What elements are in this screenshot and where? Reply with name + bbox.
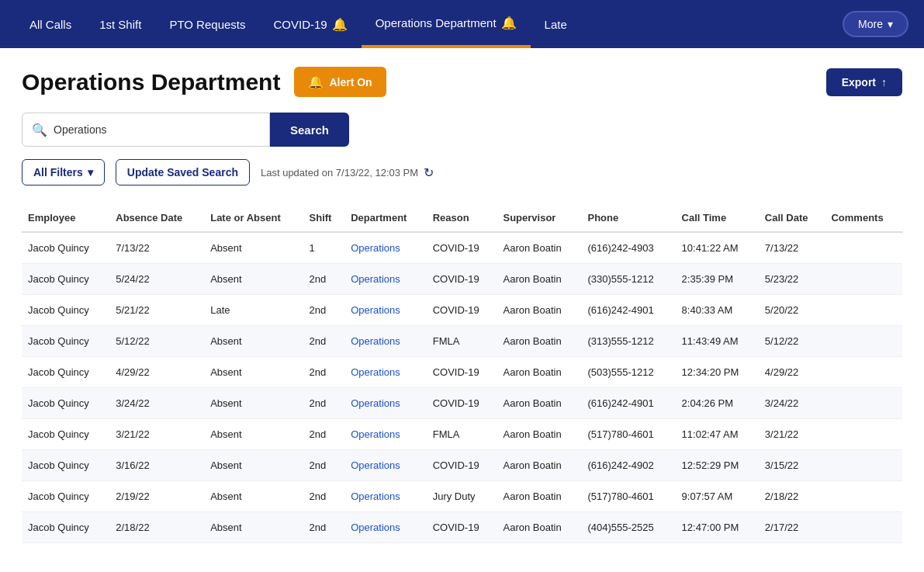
refresh-icon[interactable]: ↻ — [424, 165, 434, 180]
cell-call-time: 12:47:00 PM — [676, 512, 759, 543]
department-link[interactable]: Operations — [351, 335, 400, 347]
nav-item-covid-19[interactable]: COVID-19 🔔 — [260, 0, 362, 48]
nav-item-1st-shift[interactable]: 1st Shift — [85, 0, 155, 48]
cell-shift: 1 — [303, 232, 345, 264]
department-link[interactable]: Operations — [351, 491, 400, 502]
department-link[interactable]: Operations — [351, 366, 400, 378]
cell-shift: 2nd — [303, 295, 345, 326]
cell-call-date: 2/18/22 — [759, 481, 825, 512]
department-link[interactable]: Operations — [351, 397, 400, 409]
more-button[interactable]: More ▾ — [843, 11, 908, 37]
cell-reason: FMLA — [427, 326, 497, 357]
search-button[interactable]: Search — [270, 113, 349, 147]
cell-department[interactable]: Operations — [344, 357, 427, 388]
main-content: Operations Department 🔔 Alert On Export … — [0, 48, 924, 562]
cell-call-date: 5/20/22 — [759, 295, 825, 326]
data-table: Employee Absence Date Late or Absent Shi… — [22, 204, 902, 543]
cell-call-date: 5/23/22 — [759, 264, 825, 295]
table-row: Jacob Quincy3/16/22Absent2ndOperationsCO… — [22, 450, 902, 481]
cell-supervisor: Aaron Boatin — [497, 388, 582, 419]
cell-shift: 2nd — [303, 326, 345, 357]
alert-bell-icon: 🔔 — [308, 75, 324, 89]
cell-call-date: 3/15/22 — [759, 450, 825, 481]
cell-phone: (616)242-4901 — [581, 388, 675, 419]
cell-supervisor: Aaron Boatin — [497, 264, 582, 295]
cell-department[interactable]: Operations — [344, 419, 427, 450]
cell-employee: Jacob Quincy — [22, 295, 109, 326]
table-row: Jacob Quincy2/18/22Absent2ndOperationsCO… — [22, 512, 902, 543]
cell-department[interactable]: Operations — [344, 481, 427, 512]
cell-shift: 2nd — [303, 450, 345, 481]
operations-bell-icon: 🔔 — [501, 16, 517, 30]
department-link[interactable]: Operations — [351, 522, 400, 533]
table-row: Jacob Quincy5/12/22Absent2ndOperationsFM… — [22, 326, 902, 357]
cell-employee: Jacob Quincy — [22, 326, 109, 357]
search-input-wrap: 🔍 — [22, 113, 270, 147]
search-icon: 🔍 — [32, 123, 47, 137]
department-link[interactable]: Operations — [351, 304, 400, 316]
department-link[interactable]: Operations — [351, 273, 400, 285]
cell-department[interactable]: Operations — [344, 232, 427, 264]
cell-phone: (313)555-1212 — [581, 326, 675, 357]
cell-reason: COVID-19 — [427, 264, 497, 295]
cell-shift: 2nd — [303, 512, 345, 543]
cell-department[interactable]: Operations — [344, 388, 427, 419]
cell-call-time: 10:41:22 AM — [676, 232, 759, 264]
cell-department[interactable]: Operations — [344, 450, 427, 481]
cell-call-time: 12:34:20 PM — [676, 357, 759, 388]
cell-late-or-absent: Absent — [204, 388, 303, 419]
col-phone: Phone — [581, 204, 675, 232]
table-row: Jacob Quincy7/13/22Absent1OperationsCOVI… — [22, 232, 902, 264]
cell-absence-date: 3/21/22 — [109, 419, 204, 450]
alert-on-button[interactable]: 🔔 Alert On — [294, 67, 386, 97]
col-shift: Shift — [303, 204, 345, 232]
page-header: Operations Department 🔔 Alert On Export … — [22, 67, 902, 97]
department-link[interactable]: Operations — [351, 242, 400, 254]
cell-employee: Jacob Quincy — [22, 232, 109, 264]
filter-row: All Filters ▾ Update Saved Search Last u… — [22, 159, 902, 185]
cell-employee: Jacob Quincy — [22, 264, 109, 295]
search-input[interactable] — [54, 123, 260, 136]
nav-item-pto-requests[interactable]: PTO Requests — [155, 0, 259, 48]
cell-call-time: 2:04:26 PM — [676, 388, 759, 419]
nav-item-all-calls[interactable]: All Calls — [16, 0, 85, 48]
nav-item-operations-department[interactable]: Operations Department 🔔 — [362, 0, 531, 48]
all-filters-button[interactable]: All Filters ▾ — [22, 159, 105, 185]
update-saved-search-button[interactable]: Update Saved Search — [116, 159, 250, 185]
cell-absence-date: 7/13/22 — [109, 232, 204, 264]
filter-chevron-icon: ▾ — [88, 166, 93, 179]
cell-reason: COVID-19 — [427, 232, 497, 264]
department-link[interactable]: Operations — [351, 428, 400, 440]
cell-department[interactable]: Operations — [344, 295, 427, 326]
cell-absence-date: 5/24/22 — [109, 264, 204, 295]
cell-supervisor: Aaron Boatin — [497, 326, 582, 357]
cell-late-or-absent: Absent — [204, 326, 303, 357]
cell-late-or-absent: Absent — [204, 357, 303, 388]
cell-call-date: 7/13/22 — [759, 232, 825, 264]
covid-bell-icon: 🔔 — [332, 17, 348, 32]
cell-call-date: 4/29/22 — [759, 357, 825, 388]
cell-department[interactable]: Operations — [344, 326, 427, 357]
nav-item-late[interactable]: Late — [531, 0, 581, 48]
col-call-date: Call Date — [759, 204, 825, 232]
cell-phone: (517)780-4601 — [581, 481, 675, 512]
department-link[interactable]: Operations — [351, 459, 400, 471]
cell-absence-date: 2/19/22 — [109, 481, 204, 512]
nav-bar: All Calls 1st Shift PTO Requests COVID-1… — [0, 0, 924, 48]
table-row: Jacob Quincy2/19/22Absent2ndOperationsJu… — [22, 481, 902, 512]
table-row: Jacob Quincy3/21/22Absent2ndOperationsFM… — [22, 419, 902, 450]
cell-department[interactable]: Operations — [344, 264, 427, 295]
cell-phone: (330)555-1212 — [581, 264, 675, 295]
export-icon: ↑ — [881, 76, 887, 88]
table-row: Jacob Quincy3/24/22Absent2ndOperationsCO… — [22, 388, 902, 419]
table-row: Jacob Quincy4/29/22Absent2ndOperationsCO… — [22, 357, 902, 388]
cell-phone: (616)242-4901 — [581, 295, 675, 326]
table-row: Jacob Quincy5/21/22Late2ndOperationsCOVI… — [22, 295, 902, 326]
cell-comments — [825, 388, 902, 419]
cell-comments — [825, 512, 902, 543]
export-button[interactable]: Export ↑ — [826, 68, 902, 96]
cell-supervisor: Aaron Boatin — [497, 450, 582, 481]
cell-absence-date: 5/12/22 — [109, 326, 204, 357]
cell-reason: COVID-19 — [427, 388, 497, 419]
cell-department[interactable]: Operations — [344, 512, 427, 543]
